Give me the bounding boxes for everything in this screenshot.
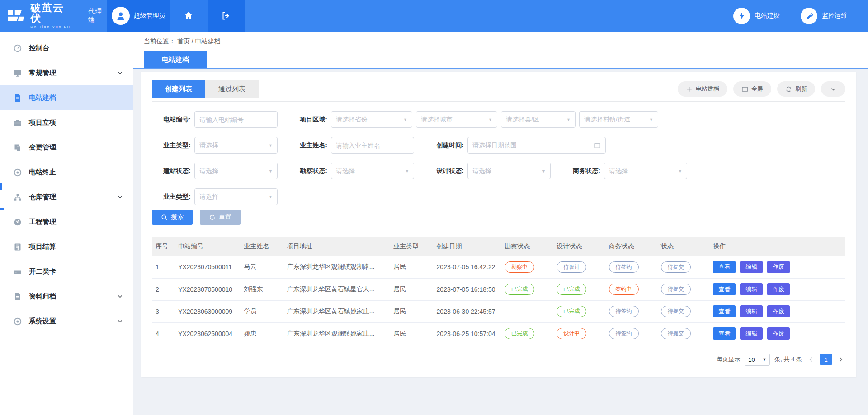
owner-type-select[interactable]: 请选择 ▼	[194, 137, 278, 154]
sidebar-item-project-settlement[interactable]: 项目结算	[0, 234, 133, 259]
wrench-icon	[801, 8, 817, 24]
page-number-1[interactable]: 1	[820, 354, 832, 365]
briefcase-icon	[13, 118, 22, 127]
settings-icon	[13, 317, 22, 326]
logo-icon	[7, 8, 26, 24]
void-button[interactable]: 作废	[767, 261, 790, 273]
sidebar-item-system-settings[interactable]: 系统设置	[0, 309, 133, 334]
build-status-select[interactable]: 请选择 ▼	[194, 163, 278, 179]
page-tab-station-filing[interactable]: 电站建档	[144, 51, 207, 68]
table-row: 1 YX2023070500011 马云 广东深圳龙华区观澜镇观湖路... 居民…	[152, 256, 845, 278]
owner-type2-select[interactable]: 请选择 ▼	[194, 188, 278, 205]
collapse-toolbar-button[interactable]	[821, 81, 845, 97]
view-button[interactable]: 查看	[713, 305, 736, 317]
owner-name-input[interactable]	[336, 142, 409, 149]
pagination: 每页显示 10 ▼ 条, 共 4 条 1	[152, 354, 845, 366]
caret-down-icon: ▼	[269, 169, 273, 173]
design-status-select[interactable]: 请选择 ▼	[467, 163, 551, 179]
status-badge: 已完成	[505, 284, 534, 295]
sidebar-item-general-mgmt[interactable]: 常规管理	[0, 61, 133, 85]
business-status-select[interactable]: 请选择 ▼	[604, 163, 687, 179]
edit-button[interactable]: 编辑	[740, 261, 763, 273]
caret-down-icon: ▼	[762, 357, 766, 362]
chevron-down-icon	[117, 318, 123, 324]
tab-create-list[interactable]: 创建列表	[152, 80, 205, 98]
chevron-left-icon	[808, 357, 814, 362]
sidebar-item-station-termination[interactable]: 电站终止	[0, 160, 133, 185]
col-header: 商务状态	[605, 237, 657, 256]
view-button[interactable]: 查看	[713, 261, 736, 273]
refresh-button[interactable]: 刷新	[777, 81, 815, 97]
owner-name-input-wrap	[331, 137, 414, 154]
edit-button[interactable]: 编辑	[740, 305, 763, 317]
edit-button[interactable]: 编辑	[740, 283, 763, 295]
sidebar-item-warehouse-mgmt[interactable]: 仓库管理	[0, 185, 133, 210]
document-icon	[13, 93, 22, 103]
status-badge: 待签约	[609, 306, 639, 317]
caret-down-icon: ▼	[678, 169, 682, 173]
sidebar-item-station-filing[interactable]: 电站建档	[0, 85, 133, 110]
field-label: 电站编号:	[152, 116, 191, 124]
col-header: 设计状态	[553, 237, 605, 256]
stop-circle-icon	[13, 168, 22, 177]
nav-station-build[interactable]: 电站建设	[733, 8, 780, 24]
status-badge: 设计中	[557, 328, 586, 339]
sidebar: 控制台 常规管理 电站建档 项目立项 变更管	[0, 32, 133, 415]
status-badge: 待签约	[609, 261, 639, 273]
survey-status-select[interactable]: 请选择 ▼	[331, 163, 414, 179]
scroll-indicator	[0, 208, 4, 210]
bolt-icon	[733, 8, 750, 24]
field-label: 业主类型:	[152, 193, 191, 201]
reset-button[interactable]: 重置	[200, 210, 241, 225]
sidebar-item-console[interactable]: 控制台	[0, 36, 133, 61]
view-button[interactable]: 查看	[713, 283, 736, 295]
sidebar-item-open-card[interactable]: 开二类卡	[0, 259, 133, 284]
create-station-button[interactable]: 电站建档	[678, 81, 727, 97]
table-row: 2 YX2023070500010 刘强东 广东深圳龙华区黄石镇星官大... 居…	[152, 278, 845, 300]
void-button[interactable]: 作废	[767, 283, 790, 295]
void-button[interactable]: 作废	[767, 327, 790, 340]
breadcrumb-path: 首页 / 电站建档	[177, 37, 221, 46]
caret-down-icon: ▼	[269, 195, 273, 199]
sidebar-item-data-archive[interactable]: 资料归档	[0, 284, 133, 309]
per-page-select[interactable]: 10 ▼	[745, 354, 770, 366]
status-badge: 待提交	[661, 261, 691, 273]
street-select[interactable]: 请选择村镇/街道 ▼	[579, 111, 658, 128]
void-button[interactable]: 作废	[767, 305, 790, 317]
home-button[interactable]	[170, 0, 208, 32]
nav-monitor-ops[interactable]: 监控运维	[801, 8, 847, 24]
top-header: 破茧云伏 Po Jian Yun Fu 代理端 超级管理员	[0, 0, 868, 32]
total-label: 条, 共 4 条	[774, 355, 802, 364]
edit-button[interactable]: 编辑	[740, 327, 763, 340]
gauge-icon	[13, 218, 22, 227]
field-label: 业主类型:	[152, 141, 191, 149]
calendar-icon	[594, 142, 601, 149]
sidebar-item-change-mgmt[interactable]: 变更管理	[0, 135, 133, 160]
prev-page-button[interactable]	[807, 354, 816, 365]
logout-button[interactable]	[208, 0, 245, 32]
content-panel: 创建列表 通过列表 电站建档 全屏	[141, 72, 856, 377]
sidebar-item-engineering-mgmt[interactable]: 工程管理	[0, 210, 133, 234]
sidebar-item-project-initiation[interactable]: 项目立项	[0, 110, 133, 135]
station-no-input[interactable]	[199, 116, 273, 123]
fullscreen-button[interactable]: 全屏	[733, 81, 771, 97]
nav-label: 监控运维	[822, 12, 847, 20]
calculator-icon	[13, 242, 22, 252]
search-button[interactable]: 搜索	[152, 210, 193, 225]
divider	[80, 11, 80, 21]
plus-icon	[686, 86, 693, 93]
city-select[interactable]: 请选择城市 ▼	[416, 111, 497, 128]
col-header: 项目地址	[283, 237, 390, 256]
status-badge: 已完成	[505, 328, 534, 339]
user-menu[interactable]: 超级管理员	[107, 0, 170, 32]
portal-label: 代理端	[88, 7, 107, 24]
district-select[interactable]: 请选择县/区 ▼	[501, 111, 576, 128]
scroll-indicator	[0, 183, 2, 190]
tab-passed-list[interactable]: 通过列表	[205, 80, 259, 98]
view-button[interactable]: 查看	[713, 327, 736, 340]
logout-icon	[221, 10, 231, 21]
province-select[interactable]: 请选择省份 ▼	[331, 111, 412, 128]
date-range-picker[interactable]: 请选择日期范围	[467, 137, 606, 154]
per-page-label: 每页显示	[717, 355, 740, 364]
next-page-button[interactable]	[836, 354, 845, 365]
